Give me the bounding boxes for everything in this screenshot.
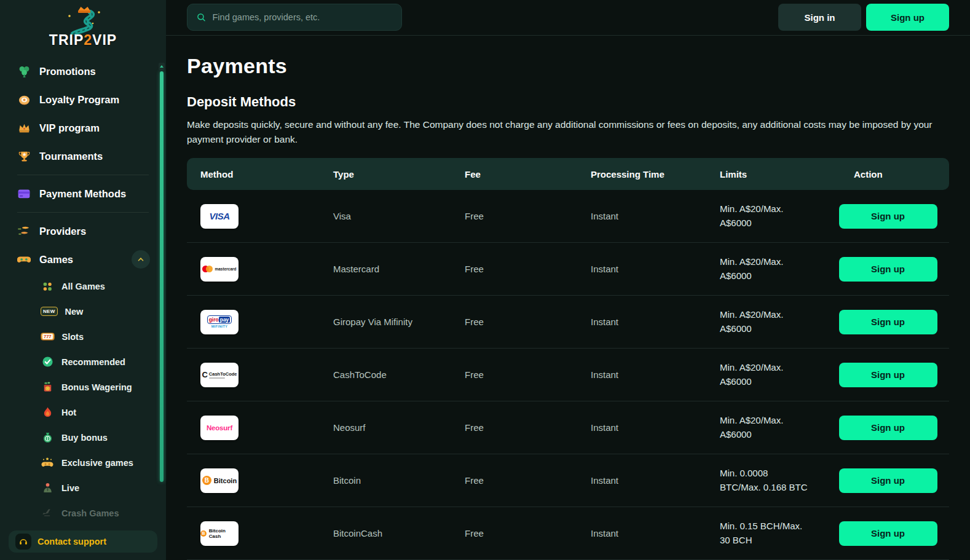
sidebar-item-vip-program[interactable]: VIP program xyxy=(17,114,166,142)
method-limits: Min. 0.0008 BTC/Max. 0.168 BTC xyxy=(706,467,827,494)
sidebar-subitem-label: Exclusive games xyxy=(61,458,133,468)
column-header-action: Action xyxy=(827,169,949,179)
sidebar-subitem-all-games[interactable]: All Games xyxy=(17,274,166,299)
table-header: Method Type Fee Processing Time Limits A… xyxy=(187,158,949,190)
clover-icon xyxy=(17,65,31,78)
method-fee: Free xyxy=(451,528,577,538)
sidebar-scrollbar[interactable] xyxy=(159,63,165,556)
sidebar-subitem-exclusive-games[interactable]: Exclusive games xyxy=(17,450,166,475)
games-collapse-button[interactable] xyxy=(132,250,150,269)
brand-logo[interactable]: TRIP2VIP xyxy=(0,0,166,49)
method-processing-time: Instant xyxy=(577,211,706,221)
method-limits: Min. A$20/Max. A$6000 xyxy=(706,308,827,336)
table-row: BBitcoin Cash BitcoinCash Free Instant M… xyxy=(187,507,949,560)
method-type: Giropay Via Mifinity xyxy=(320,317,451,327)
sidebar-subitem-label: All Games xyxy=(61,282,105,291)
sidebar-item-label: Loyalty Program xyxy=(39,94,119,106)
logo-art-icon xyxy=(46,5,120,34)
flame-icon xyxy=(41,406,54,419)
sidebar-item-loyalty-program[interactable]: Loyalty Program xyxy=(17,85,166,114)
sign-up-button[interactable]: Sign up xyxy=(839,416,937,440)
auth-buttons: Sign in Sign up xyxy=(778,4,949,31)
sidebar-item-label: Games xyxy=(39,254,73,266)
scrollbar-thumb[interactable] xyxy=(160,71,164,482)
sidebar-subitem-buy-bonus[interactable]: Buy bonus xyxy=(17,425,166,450)
sidebar-item-label: Tournaments xyxy=(39,151,103,162)
sidebar-subitem-new[interactable]: NEW New xyxy=(17,299,166,324)
main-area: Sign in Sign up Payments Deposit Methods… xyxy=(166,0,970,560)
sidebar-divider xyxy=(17,175,149,175)
sidebar-item-label: VIP program xyxy=(39,122,100,134)
sign-up-button[interactable]: Sign up xyxy=(839,257,937,282)
sign-up-button[interactable]: Sign up xyxy=(839,363,937,387)
sidebar-subitem-hot[interactable]: Hot xyxy=(17,400,166,425)
column-header-fee: Fee xyxy=(451,169,577,179)
sidebar-item-payment-methods[interactable]: Payment Methods xyxy=(17,179,166,208)
cashtocode-tagline xyxy=(209,377,225,379)
sidebar-subitem-crash-games[interactable]: Crash Games xyxy=(17,500,166,526)
plane-icon xyxy=(41,507,54,520)
sidebar-item-promotions[interactable]: Promotions xyxy=(17,57,166,85)
search-bar[interactable] xyxy=(187,4,402,31)
sidebar-item-label: Providers xyxy=(39,226,86,237)
sidebar-item-tournaments[interactable]: Tournaments xyxy=(17,142,166,170)
sign-up-button[interactable]: Sign up xyxy=(839,521,937,546)
slot-machine-icon: 777 xyxy=(41,333,55,341)
method-type: Bitcoin xyxy=(320,475,451,486)
sidebar-subitem-live[interactable]: Live xyxy=(17,475,166,500)
sidebar-item-games[interactable]: Games xyxy=(17,245,166,274)
sign-in-button[interactable]: Sign in xyxy=(778,4,861,31)
sign-up-button[interactable]: Sign up xyxy=(839,204,937,229)
trophy-icon xyxy=(17,149,31,163)
sidebar-item-providers[interactable]: Providers xyxy=(17,217,166,245)
sidebar-subitem-label: Buy bonus xyxy=(61,433,108,443)
bitcoin-coin-icon: B xyxy=(202,476,211,485)
method-fee: Free xyxy=(451,317,577,327)
sidebar-item-label: Payment Methods xyxy=(39,188,126,200)
chevron-up-icon xyxy=(136,255,145,264)
search-icon xyxy=(196,12,207,23)
method-type: Visa xyxy=(320,211,451,221)
method-processing-time: Instant xyxy=(577,264,706,274)
method-fee: Free xyxy=(451,211,577,221)
payments-content: Payments Deposit Methods Make deposits q… xyxy=(166,36,970,560)
sidebar-nav: Promotions Loyalty Program VIP program T… xyxy=(0,49,166,526)
cashtocode-logo: C CashToCode xyxy=(200,363,239,387)
table-row: mastercard Mastercard Free Instant Min. … xyxy=(187,243,949,296)
dealer-icon xyxy=(41,481,54,495)
sign-up-button[interactable]: Sign up xyxy=(839,310,937,334)
column-header-processing-time: Processing Time xyxy=(577,169,706,179)
sidebar-subitem-label: Slots xyxy=(62,332,84,342)
sign-up-button[interactable]: Sign up xyxy=(839,468,937,493)
method-fee: Free xyxy=(451,422,577,433)
table-row: VISA Visa Free Instant Min. A$20/Max. A$… xyxy=(187,190,949,243)
coin-icon xyxy=(17,93,31,106)
sidebar-subitem-recommended[interactable]: Recommended xyxy=(17,349,166,374)
sign-up-button[interactable]: Sign up xyxy=(866,4,949,31)
method-type: BitcoinCash xyxy=(320,528,451,538)
contact-support-label: Contact support xyxy=(37,537,106,546)
method-fee: Free xyxy=(451,264,577,274)
method-limits: Min. A$20/Max. A$6000 xyxy=(706,202,827,230)
contact-support-button[interactable]: Contact support xyxy=(9,530,157,553)
brand-name: TRIP2VIP xyxy=(49,32,117,49)
scrollbar-up-arrow[interactable] xyxy=(159,63,165,70)
method-processing-time: Instant xyxy=(577,317,706,327)
sidebar-subitem-label: Recommended xyxy=(61,357,125,367)
mastercard-circles-icon xyxy=(202,266,213,272)
sidebar-subitem-slots[interactable]: 777 Slots xyxy=(17,324,166,349)
comets-icon xyxy=(17,224,31,238)
table-row: giropay MIFINITY Giropay Via Mifinity Fr… xyxy=(187,296,949,349)
sidebar-subitem-label: New xyxy=(65,307,84,317)
search-input[interactable] xyxy=(213,12,393,22)
table-row: Neosurf Neosurf Free Instant Min. A$20/M… xyxy=(187,401,949,454)
column-header-method: Method xyxy=(187,169,320,179)
method-limits: Min. A$20/Max. A$6000 xyxy=(706,255,827,283)
mastercard-logo: mastercard xyxy=(200,257,239,282)
bitcoincash-logo: BBitcoin Cash xyxy=(200,521,239,546)
money-bag-icon xyxy=(41,431,54,444)
method-limits: Min. A$20/Max. A$6000 xyxy=(706,361,827,388)
sidebar-subitem-bonus-wagering[interactable]: Bonus Wagering xyxy=(17,374,166,400)
neosurf-logo: Neosurf xyxy=(200,416,239,440)
new-badge-icon: NEW xyxy=(41,307,58,316)
